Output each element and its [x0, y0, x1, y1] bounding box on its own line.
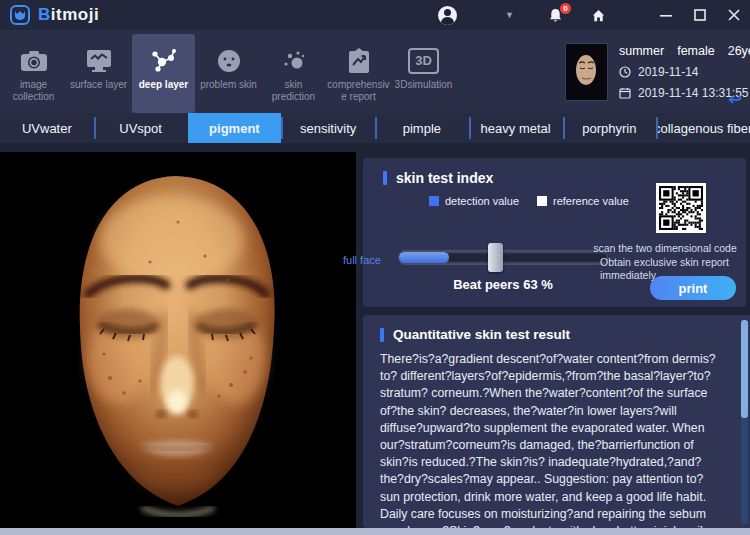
qr-code — [656, 183, 706, 233]
toolbar-item-skin-prediction[interactable]: skin prediction — [262, 34, 325, 113]
monitor-wave-icon — [85, 43, 113, 79]
tab-collagenous-fiber[interactable]: collagenous fiber — [656, 113, 750, 143]
app-title: Bitmoji — [38, 5, 99, 25]
home-icon[interactable] — [591, 8, 606, 23]
minimize-button[interactable] — [660, 9, 672, 21]
patient-thumbnail[interactable] — [565, 43, 608, 101]
record-date: 2019-11-14 — [638, 65, 699, 79]
calendar-icon — [619, 87, 631, 99]
main-content: skin test index detection value referenc… — [0, 143, 750, 528]
patient-age: 26years old — [728, 44, 750, 58]
index-panel-title: skin test index — [363, 158, 746, 186]
toolbar-item-label: deep layer — [139, 79, 188, 91]
analysis-tabbar: UVwater UVspot pigment sensitivity pimpl… — [0, 113, 750, 143]
slider-fill — [399, 252, 449, 263]
molecule-icon — [149, 43, 179, 79]
close-button[interactable] — [728, 9, 740, 21]
maximize-button[interactable] — [694, 9, 706, 21]
legend-reference-label: reference value — [553, 195, 629, 207]
patient-gender: female — [677, 44, 715, 58]
3d-icon: 3D — [408, 43, 439, 79]
notifications-bell-icon[interactable]: 0 — [548, 8, 563, 23]
tab-pimple[interactable]: pimple — [375, 113, 469, 143]
slider-handle[interactable] — [488, 243, 503, 272]
toolbar-item-deep-layer[interactable]: deep layer — [132, 34, 195, 113]
toolbar-item-label: 3Dsimulation — [395, 79, 453, 91]
face-icon — [216, 43, 242, 79]
title-accent-bar — [380, 328, 384, 342]
face-scan-image — [0, 152, 356, 528]
result-panel-title: Quantitative skin test result — [363, 315, 750, 342]
undo-back-icon[interactable]: ↩ — [729, 90, 742, 109]
tab-porphyrin[interactable]: porphyrin — [563, 113, 657, 143]
tab-heavy-metal[interactable]: heavy metal — [469, 113, 563, 143]
toolbar-item-image-collection[interactable]: image collection — [2, 34, 65, 113]
slider-label: full face — [343, 254, 381, 266]
scrollbar-thumb[interactable] — [741, 320, 748, 418]
chevron-down-icon[interactable]: ▼ — [505, 10, 514, 20]
toolbar-item-label: problem skin — [200, 79, 257, 91]
notification-badge: 0 — [560, 3, 571, 14]
qr-caption: scan the two dimensional code — [590, 242, 740, 254]
skin-test-index-panel: skin test index detection value referenc… — [363, 158, 746, 307]
titlebar: Bitmoji ▼ 0 — [0, 0, 750, 30]
report-icon — [346, 43, 372, 79]
tab-pigment[interactable]: pigment — [188, 113, 282, 143]
reference-value-swatch — [537, 196, 547, 206]
quantitative-result-panel: Quantitative skin test result There?is?a… — [363, 315, 750, 528]
toolbar-item-label: comprehensive report — [327, 79, 390, 103]
dots-icon — [280, 43, 308, 79]
toolbar-item-label: surface layer — [70, 79, 127, 91]
face-scan-panel — [0, 152, 356, 528]
tab-uvwater[interactable]: UVwater — [0, 113, 94, 143]
tab-uvspot[interactable]: UVspot — [94, 113, 188, 143]
result-scrollbar[interactable] — [741, 320, 748, 524]
detection-value-swatch — [429, 196, 439, 206]
tab-sensitivity[interactable]: sensitivity — [281, 113, 375, 143]
toolbar-item-3d-simulation[interactable]: 3D 3Dsimulation — [392, 34, 455, 113]
toolbar-item-comprehensive-report[interactable]: comprehensive report — [327, 34, 390, 113]
toolbar-item-label: skin prediction — [262, 79, 325, 103]
title-accent-bar — [383, 171, 387, 185]
patient-name: summer — [619, 44, 664, 58]
toolbar-item-problem-skin[interactable]: problem skin — [197, 34, 260, 113]
full-face-slider[interactable] — [398, 250, 608, 265]
legend-detection-label: detection value — [445, 195, 519, 207]
beat-peers-label: Beat peers 63 % — [398, 277, 608, 292]
app-logo-icon — [10, 5, 30, 25]
toolbar: image collection surface layer deep laye… — [0, 30, 750, 113]
camera-icon — [20, 43, 48, 79]
patient-info: summer female 26years old ✎ 2019-11-14 2… — [565, 43, 750, 101]
toolbar-item-surface-layer[interactable]: surface layer — [67, 34, 130, 113]
clock-icon — [619, 66, 631, 78]
user-avatar[interactable] — [438, 6, 457, 25]
print-button[interactable]: print — [650, 276, 736, 300]
toolbar-item-label: image collection — [2, 79, 65, 103]
result-body-text: There?is?a?gradient descent?of?water con… — [380, 351, 722, 535]
bottom-strip — [0, 528, 750, 535]
